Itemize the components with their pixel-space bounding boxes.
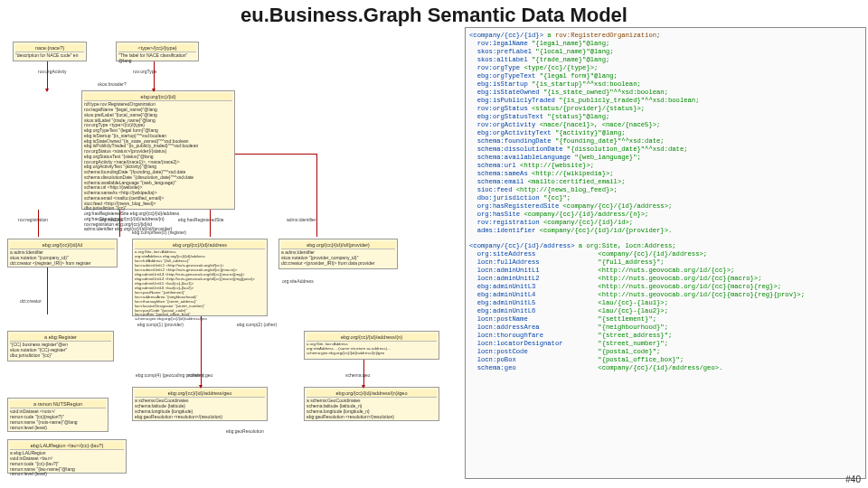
line: [154, 61, 155, 90]
box-lau: ebg:LAURegion <lau>/{cc}-{lau?} a ebg:LA…: [7, 439, 127, 474]
edge-comp1: ebg:comp(1) (provider): [137, 322, 184, 327]
edge-schemageo2: schema:geo: [345, 372, 370, 378]
arrow-icon: [362, 385, 365, 389]
box-type: <type>/{cc}/{type} "The label for NACE c…: [116, 42, 199, 61]
edge-comp4: ebg:comp(4) (geocoding provider): [136, 372, 203, 378]
box-register: a ebg:Register "{CC} business register"@…: [7, 331, 114, 361]
line: [119, 210, 120, 237]
page-number: #40: [845, 474, 861, 484]
box-geo-n: ebg:org/{cc}/{id}/address/{n}/geo a sche…: [304, 387, 439, 421]
edge-registration: rov:registration: [18, 217, 48, 222]
box-organization: ebg:org/{cc}/{id} rdf:type rov:Registere…: [81, 90, 235, 210]
edge-siteaddr: org:siteAddress: [282, 278, 314, 284]
line: [363, 360, 364, 387]
semantic-diagram: nace:{nace?} "description for NACE code"…: [2, 36, 461, 479]
box-nuts: a ramon:NUTSRegion void:inDataset <nuts>…: [7, 398, 108, 432]
edge-identifier: adms:identifier: [287, 217, 316, 222]
box-id-provider: ebg:org/{cc}/{id}/id/{provider} a adms:I…: [278, 239, 398, 269]
edge-geores: ebg:geoResolution: [226, 428, 264, 434]
edge-comp0: ebg:comprises(0) (register): [132, 230, 186, 235]
edge-comp2: ebg:comp(2) (other): [237, 322, 277, 327]
box-address: ebg:org/{cc}/{id}/address a org:Site, lo…: [132, 239, 268, 316]
code-panel: <company/{cc}/{id}> a rov:RegisteredOrga…: [465, 27, 866, 479]
line: [47, 61, 48, 90]
edge-orgactivity: rov:orgActivity: [38, 69, 66, 74]
box-geo: ebg:org/{cc}/{id}/address/geo a schema:G…: [132, 387, 268, 421]
line: [47, 267, 48, 314]
line: [316, 154, 317, 237]
code-block-company: <company/{cc}/{id}> a rov:RegisteredOrga…: [469, 32, 862, 235]
box-address-n: ebg:org/{cc}/{id}/address/{n} a org:Site…: [304, 331, 439, 360]
code-block-address: <company/{cc}/{id}/address> a org:Site, …: [469, 242, 862, 372]
line: [210, 210, 211, 237]
line: [201, 316, 202, 387]
arrow-icon: [152, 89, 156, 92]
line: [235, 154, 316, 155]
arrow-icon: [199, 385, 203, 389]
box-id-main: ebg:org/{cc}/{id}/id a adms:Identifier s…: [7, 239, 118, 267]
edge-broader: skos:broader?: [98, 81, 127, 87]
box-nace: nace:{nace?} "description for NACE code"…: [13, 42, 87, 61]
line: [38, 210, 39, 237]
arrow-icon: [45, 89, 49, 92]
page-title: eu.Business.Graph Semantic Data Model: [0, 4, 868, 27]
edge-regsite: ebg:hasRegisteredSite: [178, 217, 224, 222]
edge-creator: dct:creator: [20, 298, 42, 304]
slide: eu.Business.Graph Semantic Data Model na…: [0, 0, 868, 488]
